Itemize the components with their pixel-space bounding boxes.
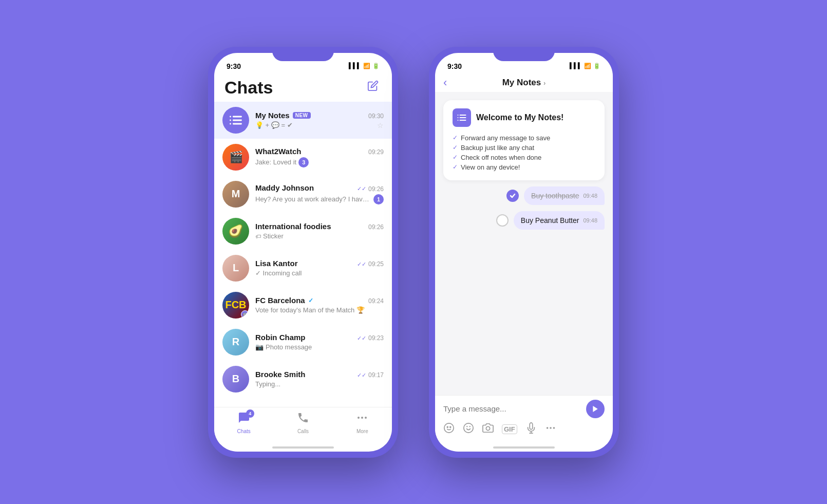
status-time-2: 9:30 <box>447 62 462 70</box>
tab-more[interactable]: More <box>333 412 392 434</box>
home-indicator-2 <box>493 446 555 449</box>
chat-content-what2watch: What2Watch 09:29 Jake: Loved it 3 <box>255 147 384 167</box>
verified-icon-fcb: ✓ <box>308 297 313 304</box>
chats-title: Chats <box>224 78 273 98</box>
chat-content-brooke: Brooke Smith ✓✓ 09:17 Typing... <box>255 370 384 388</box>
camera-icon[interactable] <box>482 422 494 436</box>
note-time-peanutbutter: 09:48 <box>583 217 597 223</box>
chat-name-lisa: Lisa Kantor <box>255 259 298 268</box>
svg-point-8 <box>365 417 367 419</box>
checkbox-peanutbutter[interactable] <box>496 214 509 227</box>
note-time-toothpaste: 09:48 <box>583 193 597 199</box>
welcome-item-1: ✓ Forward any message to save <box>453 133 595 143</box>
checkbox-toothpaste[interactable] <box>506 190 519 202</box>
svg-marker-15 <box>593 406 597 412</box>
svg-point-26 <box>550 427 552 429</box>
tab-calls[interactable]: Calls <box>273 412 332 434</box>
chat-preview-brooke: Typing... <box>255 380 384 388</box>
welcome-item-2: ✓ Backup just like any chat <box>453 143 595 153</box>
microphone-icon[interactable] <box>525 422 537 436</box>
chat-item-foodies[interactable]: 🥑 International foodies 09:26 🏷 Sticker <box>214 213 392 250</box>
chat-top-lisa: Lisa Kantor ✓✓ 09:25 <box>255 259 384 268</box>
chat-name-robin: Robin Champ <box>255 333 306 342</box>
chat-item-maddy[interactable]: M Maddy Johnson ✓✓ 09:26 Hey? Are you at… <box>214 176 392 213</box>
avatar-maddy: M <box>222 181 249 208</box>
notes-body: Welcome to My Notes! ✓ Forward any messa… <box>435 92 613 395</box>
chat-name-brooke: Brooke Smith <box>255 370 306 379</box>
wifi-icon: 📶 <box>363 63 370 69</box>
wifi-icon-2: 📶 <box>584 63 591 69</box>
sticker-icon[interactable] <box>443 422 455 436</box>
notes-title-arrow: › <box>543 79 546 87</box>
chat-time-foodies: 09:26 <box>368 223 384 231</box>
chat-preview-foodies: 🏷 Sticker <box>255 232 384 240</box>
notes-title: My Notes › <box>502 78 546 88</box>
note-bubble-toothpaste: Buy toothpaste 09:48 <box>524 186 605 205</box>
phone-notes: 9:30 ▍▍▍ 📶 🔋 ‹ My Notes › <box>429 47 619 458</box>
more-tab-icon <box>356 412 368 427</box>
compose-icon[interactable] <box>367 80 382 95</box>
chat-top-what2watch: What2Watch 09:29 <box>255 147 384 156</box>
unread-badge-what2watch: 3 <box>298 157 309 167</box>
note-text-toothpaste: Buy toothpaste <box>531 192 579 200</box>
notes-input-row <box>443 400 605 418</box>
home-indicator-1 <box>272 446 334 449</box>
status-icons-2: ▍▍▍ 📶 🔋 <box>570 63 600 69</box>
tab-chats[interactable]: 4 Chats <box>214 412 273 434</box>
back-button[interactable]: ‹ <box>443 76 447 89</box>
more-options-icon[interactable] <box>545 422 556 436</box>
svg-point-17 <box>447 426 448 427</box>
send-button[interactable] <box>586 400 605 418</box>
svg-point-6 <box>358 417 360 419</box>
chat-item-robin[interactable]: R Robin Champ ✓✓ 09:23 📷 Photo message <box>214 324 392 361</box>
chat-top-fcb: FC Barcelona ✓ 09:24 <box>255 296 384 305</box>
phone-chats: 9:30 ▍▍▍ 📶 🔋 Chats <box>208 47 398 458</box>
bottom-tabs: 4 Chats Calls More <box>214 407 392 444</box>
chat-preview-maddy: Hey? Are you at work already? I have som… <box>255 194 384 204</box>
chat-time-what2watch: 09:29 <box>368 148 384 156</box>
emoji-icon[interactable] <box>463 422 474 436</box>
chat-preview-lisa: ✓ Incoming call <box>255 269 384 277</box>
double-check-lisa: ✓✓ <box>357 261 366 268</box>
chat-name-what2watch: What2Watch <box>255 147 301 156</box>
chat-item-what2watch[interactable]: 🎬 What2Watch 09:29 Jake: Loved it 3 <box>214 139 392 176</box>
welcome-items: ✓ Forward any message to save ✓ Backup j… <box>453 133 595 172</box>
chat-content-my-notes: My Notes NEW 09:30 💡 + 💬 = ✔ ☆ <box>255 111 384 129</box>
status-icons-1: ▍▍▍ 📶 🔋 <box>349 63 380 69</box>
svg-point-25 <box>546 427 548 429</box>
avatar-fcb: FCB 🤖 <box>222 292 249 319</box>
welcome-item-4: ✓ View on any device! <box>453 162 595 172</box>
battery-icon: 🔋 <box>372 63 380 69</box>
welcome-item-3: ✓ Check off notes when done <box>453 153 595 162</box>
note-bubble-peanutbutter: Buy Peanut Butter 09:48 <box>514 211 605 230</box>
chat-time-fcb: 09:24 <box>368 297 384 305</box>
chat-item-fcb[interactable]: FCB 🤖 FC Barcelona ✓ 09:24 Vote for toda… <box>214 287 392 324</box>
chat-item-my-notes[interactable]: My Notes NEW 09:30 💡 + 💬 = ✔ ☆ <box>214 102 392 139</box>
chat-name-fcb: FC Barcelona ✓ <box>255 296 313 305</box>
message-input[interactable] <box>443 404 582 413</box>
bot-badge-fcb: 🤖 <box>241 310 249 319</box>
chat-top-brooke: Brooke Smith ✓✓ 09:17 <box>255 370 384 379</box>
calls-tab-label: Calls <box>297 428 309 434</box>
signal-icon-2: ▍▍▍ <box>570 63 582 69</box>
avatar-foodies: 🥑 <box>222 218 249 245</box>
chat-preview-what2watch: Jake: Loved it 3 <box>255 157 384 167</box>
double-check-maddy: ✓✓ <box>357 185 366 192</box>
chat-time-lisa: 09:25 <box>368 260 384 268</box>
status-time-1: 9:30 <box>227 62 241 70</box>
notch-1 <box>272 47 334 61</box>
chat-time-maddy: 09:26 <box>368 185 384 193</box>
welcome-card: Welcome to My Notes! ✓ Forward any messa… <box>443 100 605 180</box>
note-row-toothpaste: Buy toothpaste 09:48 <box>443 186 605 205</box>
svg-point-16 <box>444 423 454 432</box>
chat-time-robin: 09:23 <box>368 334 384 342</box>
chats-tab-label: Chats <box>237 428 251 434</box>
welcome-card-header: Welcome to My Notes! <box>453 108 595 127</box>
star-icon: ☆ <box>377 121 384 129</box>
chat-item-lisa[interactable]: L Lisa Kantor ✓✓ 09:25 ✓ Incoming call <box>214 250 392 287</box>
gif-icon[interactable]: GIF <box>502 424 517 434</box>
chat-content-fcb: FC Barcelona ✓ 09:24 Vote for today's Ma… <box>255 296 384 314</box>
chat-item-brooke[interactable]: B Brooke Smith ✓✓ 09:17 Typing... <box>214 361 392 398</box>
avatar-what2watch: 🎬 <box>222 144 249 171</box>
chat-list: My Notes NEW 09:30 💡 + 💬 = ✔ ☆ 🎬 <box>214 102 392 407</box>
